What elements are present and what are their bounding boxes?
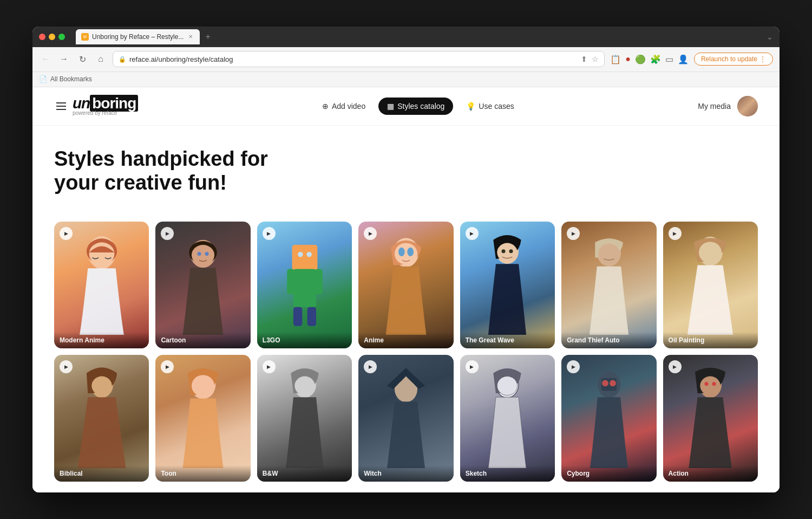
card-label: Toon [155,465,250,482]
profile-button[interactable]: 👤 [678,54,689,64]
address-input[interactable]: 🔒 reface.ai/unboring/restyle/catalog ⬆ ☆ [113,51,605,67]
back-button[interactable]: ← [39,53,52,66]
reload-button[interactable]: ↻ [76,53,89,66]
relaunch-menu-icon: ⋮ [759,55,766,63]
close-window-button[interactable] [39,34,45,40]
my-media-link[interactable]: My media [698,102,731,111]
bookmarks-label: All Bookmarks [50,75,92,83]
styles-catalog-icon: ▦ [387,102,394,111]
nav-use-cases[interactable]: 💡 Use cases [457,98,522,115]
add-video-icon: ⊕ [322,102,329,111]
bookmark-icon[interactable]: ☆ [592,55,599,63]
svg-point-40 [602,380,608,387]
hero-title: Styles handpicked for your creative fun! [54,147,325,194]
svg-point-18 [398,248,405,256]
relaunch-button[interactable]: Relaunch to update ⋮ [694,53,773,66]
style-card-toon2[interactable]: ▶ Toon [155,355,250,482]
user-avatar[interactable] [737,96,758,116]
style-card-sketch[interactable]: ▶ Sketch [460,355,555,482]
svg-rect-12 [293,307,302,326]
active-tab[interactable]: U Unboring by Reface – Restyle... ✕ [76,29,200,44]
avatar-image [737,96,758,116]
card-label: Cartoon [155,332,250,348]
sidebar-button[interactable]: ▭ [665,54,673,64]
style-card-action[interactable]: ▶ Action [663,355,758,482]
svg-rect-13 [307,307,316,326]
bookmarks-icon: 📄 [39,75,47,83]
extensions-button[interactable]: 🧩 [650,54,661,64]
share-icon[interactable]: ⬆ [581,55,587,63]
app-header: unboring powered by reface ⊕ Add video ▦… [32,87,780,126]
style-card-biblical[interactable]: ▶ Biblical [54,355,149,482]
svg-point-41 [610,380,616,387]
title-bar: U Unboring by Reface – Restyle... ✕ + ⌄ [32,27,780,47]
tab-title: Unboring by Reface – Restyle... [92,33,184,41]
window-menu-button[interactable]: ⌄ [767,33,773,41]
style-card-bw[interactable]: ▶ B&W [257,355,352,482]
maximize-window-button[interactable] [58,34,65,40]
lock-icon: 🔒 [119,56,126,63]
play-button[interactable]: ▶ [263,360,276,373]
svg-point-25 [598,244,620,264]
play-button[interactable]: ▶ [669,360,682,373]
tab-close-button[interactable]: ✕ [187,33,194,41]
tab-favicon: U [81,33,89,41]
traffic-lights [39,34,65,40]
page-content: unboring powered by reface ⊕ Add video ▦… [32,87,780,492]
play-button[interactable]: ▶ [263,227,276,240]
style-card-gta[interactable]: ▶ Grand Thief Auto [561,222,656,348]
new-tab-button[interactable]: + [202,31,213,43]
extension-icon-1[interactable]: 📋 [610,54,621,64]
hamburger-menu[interactable] [54,100,68,112]
url-text: reface.ai/unboring/restyle/catalog [129,55,578,63]
card-label: Action [663,465,758,482]
svg-point-35 [396,381,416,400]
logo-area: unboring powered by reface [54,96,138,116]
nav-add-video-label: Add video [332,102,365,111]
svg-point-19 [407,248,414,256]
card-label: Oil Painting [663,332,758,348]
style-card-oil-painting[interactable]: ▶ Oil Painting [663,222,758,348]
home-button[interactable]: ⌂ [94,53,107,66]
style-card-anime[interactable]: ▶ Anime [358,222,453,348]
svg-point-29 [91,377,112,395]
nav-styles-catalog[interactable]: ▦ Styles catalog [378,98,453,115]
nav-styles-catalog-label: Styles catalog [397,102,444,111]
style-card-modern-anime[interactable]: ▶ Modern Anime [54,222,149,348]
svg-rect-10 [287,269,294,295]
svg-point-15 [306,252,311,257]
logo-subtitle: powered by reface [73,110,138,116]
use-cases-icon: 💡 [466,102,475,111]
extension-icon-2[interactable]: ● [625,54,631,64]
play-button[interactable]: ▶ [60,360,73,373]
play-button[interactable]: ▶ [466,360,479,373]
svg-point-23 [509,249,513,253]
styles-grid: ▶ Modern Anime ▶ Cartoon ▶ [32,211,780,492]
card-label: Anime [358,332,453,348]
bookmarks-bar: 📄 All Bookmarks [32,72,780,87]
card-label: L3GO [257,332,352,348]
svg-point-2 [89,242,114,265]
tab-bar: U Unboring by Reface – Restyle... ✕ + [76,29,214,44]
card-label: B&W [257,465,352,482]
style-card-cyborg[interactable]: ▶ Cyborg [561,355,656,482]
nav-add-video[interactable]: ⊕ Add video [313,98,374,115]
nav-use-cases-label: Use cases [479,102,514,111]
svg-point-22 [502,249,506,253]
style-card-great-wave[interactable]: ▶ The Great Wave [460,222,555,348]
svg-point-43 [700,377,721,395]
style-card-cartoon[interactable]: ▶ Cartoon [155,222,250,348]
play-button[interactable]: ▶ [669,227,682,240]
svg-point-6 [198,252,201,256]
play-button[interactable]: ▶ [466,227,479,240]
logo-text: unboring [73,96,138,111]
card-label: Biblical [54,465,149,482]
card-label: Grand Thief Auto [561,332,656,348]
style-card-witch[interactable]: ▶ Witch [358,355,453,482]
extension-icon-3[interactable]: 🟢 [635,54,646,64]
style-card-l3go[interactable]: ▶ L3GO [257,222,352,348]
forward-button[interactable]: → [57,53,70,66]
card-label: Cyborg [561,465,656,482]
hero-title-line1: Styles handpicked for [54,147,268,170]
minimize-window-button[interactable] [49,34,55,40]
